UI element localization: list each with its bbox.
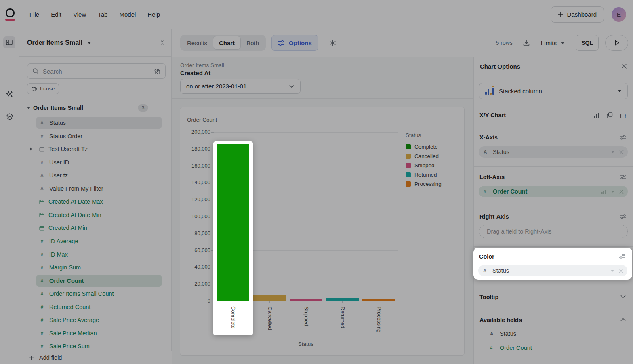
options-button[interactable]: Options xyxy=(271,35,318,51)
number-type-icon: # xyxy=(39,291,45,296)
field-sidebar: Order Items Small Search In-use Order It… xyxy=(19,29,172,364)
field-sale-price-median[interactable]: #Sale Price Median xyxy=(36,327,162,339)
menu-edit[interactable]: Edit xyxy=(51,11,61,18)
legend-item-cancelled[interactable]: Cancelled xyxy=(406,151,442,161)
add-field-button[interactable]: Add field xyxy=(19,351,172,364)
ai-sparkles-icon[interactable] xyxy=(0,90,19,98)
limits-dropdown[interactable]: Limits xyxy=(541,40,565,46)
x-axis-title: Status xyxy=(286,341,326,347)
download-icon[interactable] xyxy=(523,39,530,46)
bar-processing[interactable] xyxy=(362,299,395,301)
field-user-tz[interactable]: AUser tz xyxy=(36,169,162,181)
field-label: Status Order xyxy=(49,133,82,139)
left-axis-pill-label: Order Count xyxy=(493,188,527,195)
duplicate-icon[interactable] xyxy=(607,112,613,118)
x-axis-settings-icon[interactable] xyxy=(620,135,627,140)
field-user-id[interactable]: #User ID xyxy=(36,156,162,168)
gridline xyxy=(214,132,398,133)
x-axis-field-pill[interactable]: A Status xyxy=(479,146,628,158)
left-axis-field-pill[interactable]: # Order Count xyxy=(479,186,628,197)
menu-view[interactable]: View xyxy=(73,11,86,18)
field-created-at-date-min[interactable]: Created At Date Min xyxy=(36,209,162,221)
legend-swatch xyxy=(406,181,411,187)
legend-swatch xyxy=(406,163,411,168)
menu-help[interactable]: Help xyxy=(147,11,160,18)
menu-tab[interactable]: Tab xyxy=(98,11,107,18)
field-created-at-min[interactable]: Created At Min xyxy=(36,222,162,234)
field-test-useratt-tz[interactable]: Test Useratt Tz xyxy=(36,143,162,155)
field-sale-price-average[interactable]: #Sale Price Average xyxy=(36,314,162,326)
legend-item-shipped[interactable]: Shipped xyxy=(406,161,442,170)
avatar[interactable]: E xyxy=(612,7,626,22)
available-field-status[interactable]: A Status xyxy=(490,330,516,338)
bar-complete[interactable] xyxy=(217,144,249,301)
remove-field-icon[interactable] xyxy=(619,150,624,154)
bar-shipped[interactable] xyxy=(290,299,322,301)
field-value-from-my-filter[interactable]: AValue From My Filter xyxy=(36,183,162,195)
pill-caret-icon[interactable] xyxy=(611,270,614,272)
sql-button[interactable]: SQL xyxy=(576,35,599,51)
layers-icon[interactable] xyxy=(0,113,19,120)
tab-results[interactable]: Results xyxy=(181,36,213,50)
color-section-label: Color xyxy=(479,253,494,260)
run-query-button[interactable] xyxy=(605,35,628,51)
color-pill-label: Status xyxy=(492,267,509,274)
collapse-panel-button[interactable] xyxy=(3,36,15,48)
field-created-at-date-max[interactable]: Created At Date Max xyxy=(36,196,162,208)
filter-field-name: Created At xyxy=(180,69,210,76)
x-tick-label: Processing xyxy=(375,307,382,332)
field-status[interactable]: AStatus xyxy=(36,117,162,129)
tooltip-expand-icon[interactable] xyxy=(620,295,626,298)
color-settings-icon[interactable] xyxy=(619,253,626,259)
bar-cancelled[interactable] xyxy=(253,295,286,301)
calendar-icon xyxy=(39,199,44,204)
close-icon[interactable] xyxy=(621,63,627,69)
legend-item-returned[interactable]: Returned xyxy=(406,170,442,179)
available-fields-collapse-icon[interactable] xyxy=(620,318,626,321)
menu-file[interactable]: File xyxy=(29,11,39,18)
add-dashboard-button[interactable]: Dashboard xyxy=(551,6,604,23)
field-status-order[interactable]: #Status Order xyxy=(36,130,162,142)
expand-caret-icon[interactable] xyxy=(30,147,32,151)
y-tick-label: 40,000 xyxy=(180,264,210,270)
legend-item-complete[interactable]: Complete xyxy=(406,142,442,151)
right-axis-settings-icon[interactable] xyxy=(620,214,627,219)
remove-field-icon[interactable] xyxy=(619,189,624,194)
field-margin-sum[interactable]: #Margin Sum xyxy=(36,261,162,274)
menu-model[interactable]: Model xyxy=(119,11,136,18)
ai-asterisk-icon[interactable] xyxy=(329,39,336,47)
tab-both[interactable]: Both xyxy=(241,36,265,50)
chart-options-panel: Chart Options Stacked column X/Y Chart {… xyxy=(473,57,633,364)
code-icon[interactable]: { } xyxy=(620,112,627,118)
field-id-max[interactable]: #ID Max xyxy=(36,248,162,261)
chart-type-dropdown[interactable]: Stacked column xyxy=(479,83,628,99)
available-field-order-count[interactable]: # Order Count xyxy=(490,344,532,352)
left-axis-settings-icon[interactable] xyxy=(620,174,627,180)
color-field-pill[interactable]: A Status xyxy=(478,265,627,276)
tooltip-section-label: Tooltip xyxy=(479,294,498,300)
legend-label: Complete xyxy=(414,144,438,150)
legend-item-processing[interactable]: Processing xyxy=(406,179,442,189)
number-type-icon: # xyxy=(490,345,496,350)
bar-returned[interactable] xyxy=(326,298,359,301)
field-order-items-small-count[interactable]: #Order Items Small Count xyxy=(36,288,162,300)
field-id-average[interactable]: #ID Average xyxy=(36,235,162,247)
right-axis-dropzone[interactable]: Drag a field to Right-Axis xyxy=(479,225,628,238)
field-returned-count[interactable]: #Returned Count xyxy=(36,301,162,313)
y-axis-title: Order Count xyxy=(187,117,217,123)
pill-caret-icon[interactable] xyxy=(611,191,614,193)
chart-type-caret-icon xyxy=(618,90,622,92)
tab-chart[interactable]: Chart xyxy=(213,36,241,50)
legend-label: Processing xyxy=(414,181,442,187)
plus-icon xyxy=(558,12,564,17)
string-type-icon: A xyxy=(484,149,489,154)
number-type-icon: # xyxy=(39,134,45,139)
legend-label: Cancelled xyxy=(414,153,439,159)
bar-chart-icon[interactable] xyxy=(594,113,600,118)
remove-field-icon[interactable] xyxy=(619,269,623,273)
pill-caret-icon[interactable] xyxy=(611,151,614,153)
field-order-count[interactable]: #Order Count xyxy=(36,275,162,287)
y-tick-label: 20,000 xyxy=(180,281,210,287)
number-type-icon: # xyxy=(39,160,45,165)
date-filter-select[interactable]: on or after 2023-01-01 xyxy=(180,79,301,94)
